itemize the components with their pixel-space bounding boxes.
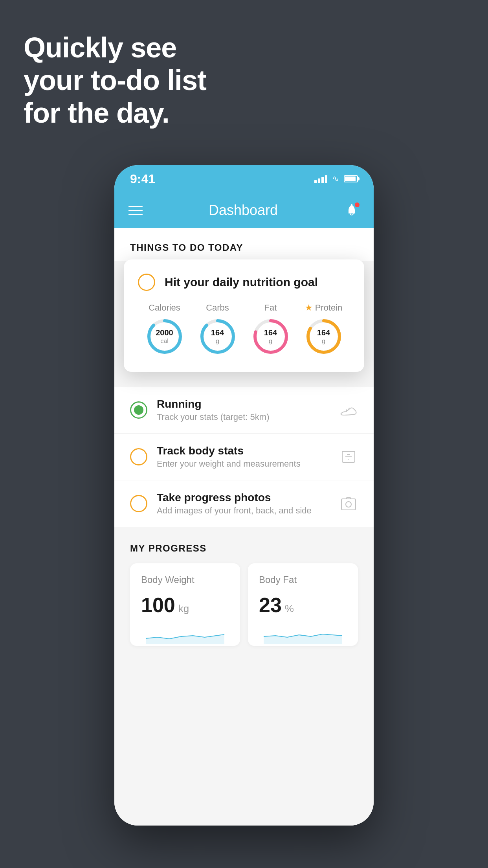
signal-icon: [314, 175, 327, 183]
body-weight-number: 100: [141, 593, 175, 617]
macro-calories: Calories 2000 cal: [145, 303, 184, 356]
wifi-icon: ∿: [332, 174, 339, 184]
photo-icon: [339, 494, 358, 513]
status-icons: ∿: [314, 174, 358, 184]
macros-row: Calories 2000 cal: [138, 303, 350, 356]
macro-fat: Fat 164 g: [251, 303, 290, 356]
running-status-icon: [130, 401, 147, 419]
todo-item-running[interactable]: Running Track your stats (target: 5km): [114, 387, 374, 434]
body-fat-unit: %: [285, 603, 294, 615]
battery-icon: [344, 175, 358, 182]
todo-item-body-stats[interactable]: Track body stats Enter your weight and m…: [114, 434, 374, 480]
photos-status-icon: [130, 495, 147, 512]
progress-section: MY PROGRESS Body Weight 100 kg: [114, 543, 374, 646]
macro-carbs: Carbs 164 g: [198, 303, 237, 356]
progress-cards: Body Weight 100 kg Body Fat: [130, 563, 358, 646]
phone-mockup: 9:41 ∿ Dashboard: [114, 165, 374, 826]
scale-icon: [339, 447, 358, 466]
svg-rect-0: [351, 204, 352, 206]
nav-bar: Dashboard: [114, 193, 374, 228]
nav-title: Dashboard: [209, 202, 278, 219]
calories-donut: 2000 cal: [145, 317, 184, 356]
content-area: THINGS TO DO TODAY Hit your daily nutrit…: [114, 228, 374, 826]
status-time: 9:41: [130, 172, 155, 186]
todo-list: Running Track your stats (target: 5km) T…: [114, 387, 374, 527]
progress-header: MY PROGRESS: [130, 543, 358, 554]
hamburger-menu[interactable]: [128, 206, 143, 215]
star-icon: ★: [305, 303, 313, 313]
fat-label: Fat: [264, 303, 277, 313]
nutrition-card: Hit your daily nutrition goal Calories: [124, 259, 364, 372]
fat-donut: 164 g: [251, 317, 290, 356]
hero-text: Quickly see your to-do list for the day.: [24, 31, 206, 129]
things-header-text: THINGS TO DO TODAY: [130, 242, 243, 253]
notification-bell[interactable]: [344, 202, 360, 218]
svg-rect-10: [341, 499, 356, 510]
body-fat-value: 23 %: [259, 593, 347, 617]
macro-protein: ★ Protein 164 g: [304, 303, 343, 356]
carbs-label: Carbs: [206, 303, 229, 313]
body-fat-sparkline: [259, 625, 347, 644]
body-weight-value: 100 kg: [141, 593, 229, 617]
body-fat-number: 23: [259, 593, 282, 617]
body-weight-sparkline: [141, 625, 229, 644]
shoe-icon: [339, 401, 358, 419]
svg-point-11: [346, 502, 351, 507]
status-bar: 9:41 ∿: [114, 165, 374, 193]
body-fat-title: Body Fat: [259, 574, 347, 585]
carbs-donut: 164 g: [198, 317, 237, 356]
running-title: Running: [157, 398, 330, 410]
photos-title: Take progress photos: [157, 491, 330, 504]
body-stats-title: Track body stats: [157, 445, 330, 457]
nutrition-radio[interactable]: [138, 274, 155, 291]
running-subtitle: Track your stats (target: 5km): [157, 412, 330, 422]
body-fat-card[interactable]: Body Fat 23 %: [248, 563, 358, 646]
body-weight-title: Body Weight: [141, 574, 229, 585]
body-weight-card[interactable]: Body Weight 100 kg: [130, 563, 240, 646]
body-stats-text: Track body stats Enter your weight and m…: [157, 445, 330, 469]
running-text: Running Track your stats (target: 5km): [157, 398, 330, 422]
nutrition-card-title: Hit your daily nutrition goal: [165, 276, 318, 289]
things-to-do-header: THINGS TO DO TODAY: [114, 228, 374, 261]
body-stats-status-icon: [130, 448, 147, 465]
calories-label: Calories: [149, 303, 180, 313]
photos-subtitle: Add images of your front, back, and side: [157, 506, 330, 516]
protein-label: ★ Protein: [305, 303, 343, 313]
todo-item-photos[interactable]: Take progress photos Add images of your …: [114, 480, 374, 527]
photos-text: Take progress photos Add images of your …: [157, 491, 330, 516]
protein-donut: 164 g: [304, 317, 343, 356]
body-weight-unit: kg: [178, 603, 189, 615]
body-stats-subtitle: Enter your weight and measurements: [157, 459, 330, 469]
notification-dot: [355, 202, 360, 207]
